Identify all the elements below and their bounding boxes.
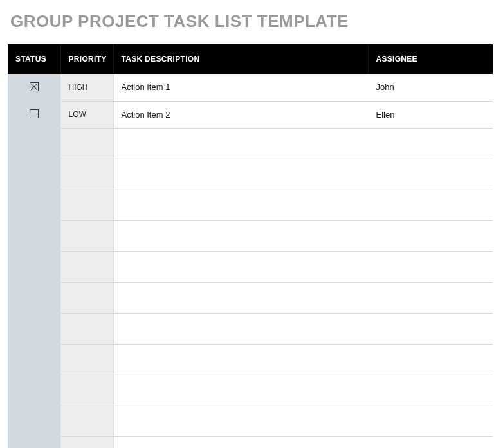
column-header-assignee: ASSIGNEE <box>368 44 493 74</box>
description-cell[interactable] <box>113 344 368 375</box>
description-cell[interactable] <box>113 159 368 190</box>
table-row <box>8 220 493 251</box>
status-cell <box>8 251 60 282</box>
status-cell <box>8 436 60 448</box>
priority-cell[interactable] <box>60 406 113 436</box>
status-cell <box>8 101 60 128</box>
assignee-cell[interactable] <box>368 282 493 313</box>
description-cell[interactable]: Action Item 2 <box>113 101 368 128</box>
assignee-cell[interactable]: Ellen <box>368 101 493 128</box>
task-table-wrap: STATUS PRIORITY TASK DESCRIPTION ASSIGNE… <box>0 44 494 448</box>
column-header-status: STATUS <box>8 44 60 74</box>
priority-cell[interactable] <box>60 344 113 375</box>
assignee-cell[interactable] <box>368 436 493 448</box>
table-row <box>8 159 493 190</box>
priority-cell[interactable] <box>60 159 113 190</box>
assignee-cell[interactable]: John <box>368 74 493 101</box>
assignee-cell[interactable] <box>368 375 493 406</box>
assignee-cell[interactable] <box>368 406 493 436</box>
description-cell[interactable] <box>113 220 368 251</box>
task-table: STATUS PRIORITY TASK DESCRIPTION ASSIGNE… <box>8 44 493 448</box>
table-row <box>8 344 493 375</box>
column-header-priority: PRIORITY <box>60 44 113 74</box>
table-row <box>8 406 493 436</box>
priority-cell[interactable]: LOW <box>60 101 113 128</box>
description-cell[interactable] <box>113 251 368 282</box>
table-row: HIGHAction Item 1John <box>8 74 493 101</box>
status-cell <box>8 128 60 159</box>
description-cell[interactable] <box>113 406 368 436</box>
status-checkbox[interactable] <box>30 82 39 91</box>
assignee-cell[interactable] <box>368 251 493 282</box>
table-header-row: STATUS PRIORITY TASK DESCRIPTION ASSIGNE… <box>8 44 493 74</box>
column-header-description: TASK DESCRIPTION <box>113 44 368 74</box>
page-title: GROUP PROJECT TASK LIST TEMPLATE <box>0 0 494 44</box>
priority-cell[interactable] <box>60 313 113 344</box>
status-cell <box>8 159 60 190</box>
status-cell <box>8 190 60 220</box>
priority-cell[interactable] <box>60 282 113 313</box>
description-cell[interactable] <box>113 313 368 344</box>
description-cell[interactable] <box>113 436 368 448</box>
status-cell <box>8 220 60 251</box>
assignee-cell[interactable] <box>368 313 493 344</box>
table-row <box>8 375 493 406</box>
description-cell[interactable] <box>113 375 368 406</box>
assignee-cell[interactable] <box>368 190 493 220</box>
description-cell[interactable] <box>113 190 368 220</box>
status-cell <box>8 313 60 344</box>
priority-cell[interactable]: HIGH <box>60 74 113 101</box>
assignee-cell[interactable] <box>368 128 493 159</box>
assignee-cell[interactable] <box>368 220 493 251</box>
assignee-cell[interactable] <box>368 344 493 375</box>
table-row <box>8 313 493 344</box>
priority-cell[interactable] <box>60 375 113 406</box>
table-row <box>8 436 493 448</box>
table-row <box>8 251 493 282</box>
checkbox-x-icon <box>31 84 37 90</box>
table-row: LOWAction Item 2Ellen <box>8 101 493 128</box>
description-cell[interactable] <box>113 282 368 313</box>
priority-cell[interactable] <box>60 128 113 159</box>
table-row <box>8 128 493 159</box>
priority-cell[interactable] <box>60 220 113 251</box>
status-checkbox[interactable] <box>30 109 39 118</box>
priority-cell[interactable] <box>60 436 113 448</box>
assignee-cell[interactable] <box>368 159 493 190</box>
table-row <box>8 190 493 220</box>
description-cell[interactable] <box>113 128 368 159</box>
description-cell[interactable]: Action Item 1 <box>113 74 368 101</box>
priority-cell[interactable] <box>60 251 113 282</box>
table-row <box>8 282 493 313</box>
status-cell <box>8 282 60 313</box>
status-cell <box>8 375 60 406</box>
status-cell <box>8 74 60 101</box>
status-cell <box>8 406 60 436</box>
status-cell <box>8 344 60 375</box>
priority-cell[interactable] <box>60 190 113 220</box>
